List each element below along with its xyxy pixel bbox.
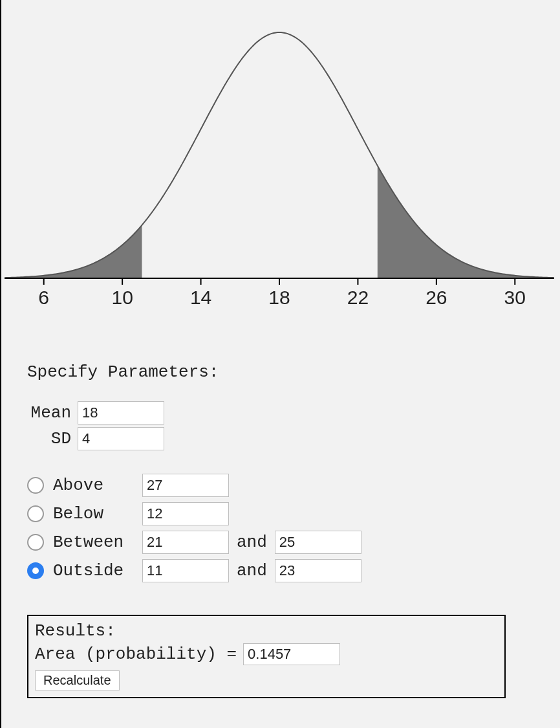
radio-outside[interactable] [27, 562, 44, 579]
below-input[interactable]: 12 [142, 502, 229, 525]
svg-text:18: 18 [268, 287, 290, 308]
above-label: Above [53, 476, 142, 495]
recalculate-button[interactable]: Recalculate [35, 670, 120, 690]
results-title: Results: [35, 621, 498, 641]
svg-text:22: 22 [347, 287, 369, 308]
radio-above[interactable] [27, 477, 44, 494]
between-label: Between [53, 533, 142, 552]
below-label: Below [53, 504, 142, 524]
radio-below[interactable] [27, 505, 44, 522]
above-input[interactable]: 27 [142, 474, 229, 497]
sd-input[interactable]: 4 [78, 427, 164, 450]
svg-text:6: 6 [38, 287, 49, 308]
svg-text:14: 14 [190, 287, 211, 308]
outside-b-input[interactable]: 23 [275, 559, 361, 582]
outside-label: Outside [53, 561, 142, 580]
sd-label: SD [27, 429, 78, 448]
parameters-section: Specify Parameters: Mean 18 SD 4 [27, 362, 560, 452]
normal-distribution-chart: 6101418222630 [5, 13, 554, 317]
svg-text:10: 10 [111, 287, 133, 308]
area-label: Area (probability) = [35, 645, 237, 664]
outside-a-input[interactable]: 11 [142, 559, 229, 582]
mean-label: Mean [27, 403, 78, 423]
results-box: Results: Area (probability) = 0.1457 Rec… [27, 615, 506, 698]
between-a-input[interactable]: 21 [142, 531, 229, 554]
area-output[interactable]: 0.1457 [243, 643, 340, 665]
parameters-title: Specify Parameters: [27, 362, 560, 382]
svg-text:26: 26 [425, 287, 447, 308]
region-options: Above 27 Below 12 Between 21 and 25 Outs… [27, 471, 560, 585]
radio-between[interactable] [27, 534, 44, 551]
between-b-input[interactable]: 25 [275, 531, 361, 554]
mean-input[interactable]: 18 [78, 401, 164, 425]
outside-and-label: and [237, 561, 267, 580]
between-and-label: and [237, 533, 267, 552]
svg-text:30: 30 [504, 287, 526, 308]
